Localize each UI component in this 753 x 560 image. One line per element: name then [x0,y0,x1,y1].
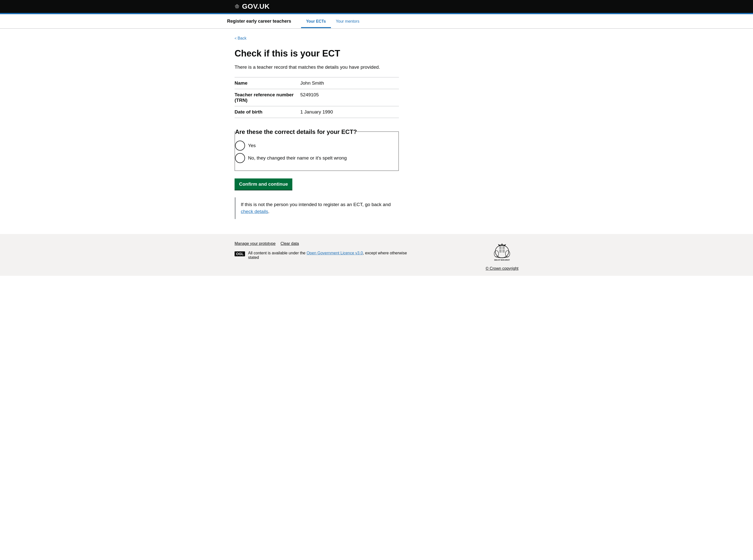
svg-rect-5 [499,246,502,249]
summary-key-trn: Teacher reference number (TRN) [235,89,300,106]
correct-details-fieldset: Are these the correct details for your E… [235,128,399,171]
summary-row-dob: Date of birth 1 January 1990 [235,106,399,118]
svg-text:DIEU ET MON DROIT: DIEU ET MON DROIT [494,259,510,261]
summary-value-name: John Smith [300,77,399,89]
nav-link-your-ects[interactable]: Your ECTs [301,15,331,28]
summary-row-trn: Teacher reference number (TRN) 5249105 [235,89,399,106]
crown-copyright-link[interactable]: © Crown copyright [486,266,518,271]
nav-item-your-mentors: Your mentors [331,15,365,28]
inset-text-suffix: . [268,209,269,214]
footer-licence: OGL All content is available under the O… [235,251,409,260]
radio-group: Yes No, they changed their name or it's … [235,141,399,163]
govuk-header: ♔ GOV.UK [0,0,753,13]
licence-text-prefix: All content is available under the [248,251,307,255]
page-title: Check if this is your ECT [235,48,518,59]
summary-key-name: Name [235,77,300,89]
svg-rect-7 [499,249,502,253]
radio-yes-input[interactable] [235,141,245,151]
inset-text: If this is not the person you intended t… [235,197,399,219]
fieldset-legend: Are these the correct details for your E… [235,128,357,136]
footer-licence-text: All content is available under the Open … [248,251,409,260]
nav-link-your-mentors[interactable]: Your mentors [331,15,365,28]
ogl-link[interactable]: Open Government Licence v3.0 [307,251,363,255]
radio-item-yes: Yes [235,141,399,151]
svg-rect-1 [499,245,505,246]
inset-text-prefix: If this is not the person you intended t… [241,202,391,207]
svg-rect-6 [502,246,505,249]
summary-row-name: Name John Smith [235,77,399,89]
footer-link-manage: Manage your prototype [235,241,276,246]
footer-link-clear: Clear data [281,241,299,246]
ogl-logo: OGL [235,252,245,256]
summary-value-trn: 5249105 [300,89,399,106]
govuk-logo-link[interactable]: ♔ GOV.UK [235,2,270,11]
footer-links: Manage your prototype Clear data [235,241,486,246]
crown-icon: ♔ [235,3,239,10]
govuk-footer: Manage your prototype Clear data OGL All… [0,234,753,276]
govuk-logo-text: GOV.UK [242,2,270,11]
royal-arms-icon: DIEU ET MON DROIT [491,241,513,264]
manage-prototype-link[interactable]: Manage your prototype [235,241,276,246]
svg-point-0 [495,245,509,258]
svg-point-10 [505,251,510,257]
summary-key-dob: Date of birth [235,106,300,118]
summary-table: Name John Smith Teacher reference number… [235,77,399,118]
service-name-link[interactable]: Register early career teachers [227,14,291,28]
page-description: There is a teacher record that matches t… [235,64,518,71]
footer-copyright: DIEU ET MON DROIT © Crown copyright [486,241,518,271]
radio-no-label[interactable]: No, they changed their name or it's spel… [248,155,347,161]
back-link[interactable]: Back [235,36,247,41]
main-navigation: Register early career teachers Your ECTs… [0,14,753,28]
clear-data-link[interactable]: Clear data [281,241,299,246]
radio-item-no: No, they changed their name or it's spel… [235,153,399,163]
nav-item-your-ects: Your ECTs [301,15,331,28]
confirm-continue-button[interactable]: Confirm and continue [235,178,292,190]
svg-marker-2 [501,243,502,245]
summary-value-dob: 1 January 1990 [300,106,399,118]
main-content: Back Check if this is your ECT There is … [227,28,526,234]
radio-no-input[interactable] [235,153,245,163]
svg-point-9 [494,251,499,257]
svg-rect-8 [502,249,505,253]
nav-links: Your ECTs Your mentors [301,15,364,28]
radio-yes-label[interactable]: Yes [248,143,256,148]
check-details-link[interactable]: check details [241,209,268,214]
